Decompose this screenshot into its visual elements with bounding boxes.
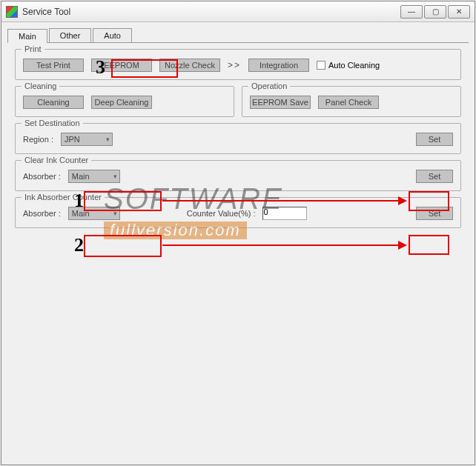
group-ink-absorber: Ink Absorber Counter Absorber : Main Cou… bbox=[15, 197, 461, 228]
ink-absorber-label: Absorber : bbox=[23, 209, 61, 218]
eeprom-save-button[interactable]: EEPROM Save bbox=[250, 96, 311, 109]
panel-check-button[interactable]: Panel Check bbox=[318, 96, 379, 109]
app-window: Service Tool — ▢ ✕ Main Other Auto Print… bbox=[1, 1, 475, 465]
cleaning-button[interactable]: Cleaning bbox=[23, 96, 84, 109]
integration-button[interactable]: Integration bbox=[248, 59, 309, 72]
close-button[interactable]: ✕ bbox=[448, 5, 470, 19]
deep-cleaning-button[interactable]: Deep Cleaning bbox=[91, 96, 152, 109]
region-label: Region : bbox=[23, 135, 53, 144]
counter-value-label: Counter Value(%) : bbox=[187, 209, 256, 218]
ink-absorber-combo[interactable]: Main bbox=[68, 207, 120, 220]
tab-auto[interactable]: Auto bbox=[93, 28, 132, 42]
region-combo[interactable]: JPN bbox=[61, 133, 113, 146]
nozzle-check-button[interactable]: Nozzle Check bbox=[159, 59, 220, 72]
app-icon bbox=[6, 6, 18, 18]
clear-ink-set-button[interactable]: Set bbox=[416, 170, 453, 183]
window-title: Service Tool bbox=[22, 7, 400, 17]
auto-cleaning-checkbox[interactable]: Auto Cleaning bbox=[317, 61, 380, 70]
maximize-button[interactable]: ▢ bbox=[424, 5, 446, 19]
group-clear-ink: Clear Ink Counter Absorber : Main Set bbox=[15, 160, 461, 191]
counter-value-input[interactable]: 0 bbox=[262, 207, 307, 220]
eeprom-button[interactable]: EEPROM bbox=[91, 59, 152, 72]
group-cleaning-title: Cleaning bbox=[22, 81, 59, 90]
auto-cleaning-label: Auto Cleaning bbox=[328, 61, 380, 70]
clear-ink-absorber-label: Absorber : bbox=[23, 172, 61, 181]
clear-ink-absorber-combo[interactable]: Main bbox=[68, 170, 120, 183]
ink-absorber-set-button[interactable]: Set bbox=[416, 207, 453, 220]
content-area: Main Other Auto Print Test Print EEPROM … bbox=[1, 22, 475, 240]
group-print-title: Print bbox=[22, 44, 44, 53]
group-set-destination: Set Destination Region : JPN Set bbox=[15, 123, 461, 154]
group-clear-ink-title: Clear Ink Counter bbox=[22, 156, 91, 164]
set-destination-set-button[interactable]: Set bbox=[416, 133, 453, 146]
group-ink-absorber-title: Ink Absorber Counter bbox=[22, 193, 105, 202]
group-operation-title: Operation bbox=[248, 81, 290, 90]
group-print: Print Test Print EEPROM Nozzle Check >> … bbox=[15, 49, 461, 80]
titlebar: Service Tool — ▢ ✕ bbox=[1, 1, 475, 22]
window-controls: — ▢ ✕ bbox=[400, 5, 470, 19]
group-cleaning: Cleaning Cleaning Deep Cleaning bbox=[15, 86, 234, 117]
tab-bar: Main Other Auto bbox=[7, 28, 469, 43]
group-set-destination-title: Set Destination bbox=[22, 119, 83, 127]
tab-other[interactable]: Other bbox=[49, 28, 92, 42]
group-operation: Operation EEPROM Save Panel Check bbox=[242, 86, 461, 117]
checkbox-icon bbox=[317, 61, 325, 70]
tab-main[interactable]: Main bbox=[7, 29, 47, 43]
test-print-button[interactable]: Test Print bbox=[23, 59, 84, 72]
print-arrow: >> bbox=[228, 60, 241, 70]
minimize-button[interactable]: — bbox=[400, 5, 423, 19]
main-panel: Print Test Print EEPROM Nozzle Check >> … bbox=[7, 49, 469, 228]
